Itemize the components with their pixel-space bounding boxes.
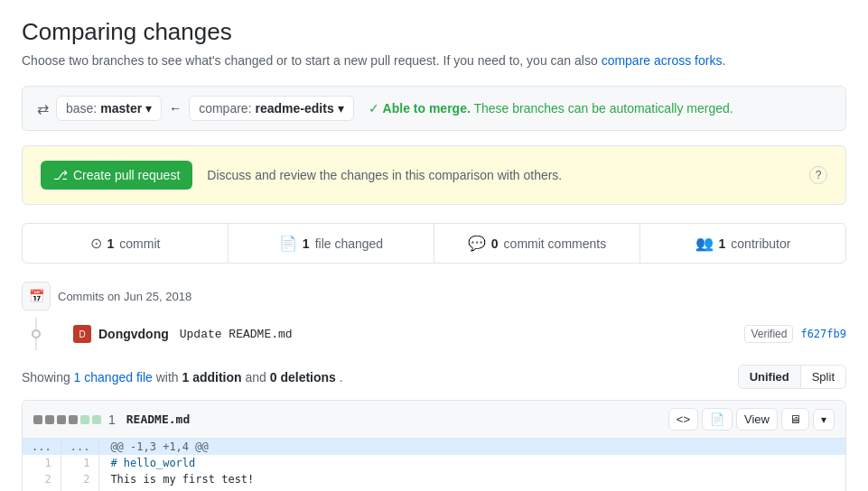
arrow-icon: ← [169,101,182,116]
showing-text: Showing 1 changed file with 1 addition a… [22,370,343,384]
stat-contributors: 👥 1 contributor [640,224,845,263]
diff-line-3: 3 3 这是第二个分支 [23,487,845,491]
display-icon-button[interactable]: 🖥 [781,408,809,431]
showing-bar: Showing 1 changed file with 1 addition a… [22,365,846,389]
context-new-linenum: ... [61,439,99,455]
commits-label: commit [119,236,160,251]
diff-context-row: ... ... @@ -1,3 +1,4 @@ [23,439,845,455]
line-code-3: 这是第二个分支 [99,487,845,491]
diff-line-2: 2 2 This is my first test! [23,471,845,487]
diff-filename: README.md [126,412,190,426]
base-chevron-icon: ▾ [145,101,152,116]
new-linenum-3: 3 [61,487,99,491]
comments-label: commit comments [504,236,607,251]
old-linenum-1: 1 [23,455,61,471]
unified-view-button[interactable]: Unified [739,366,801,388]
commit-dot [32,329,41,338]
page-title: Comparing changes [22,18,846,46]
display-icon: 🖥 [789,412,801,426]
diff-file: 1 README.md <> 📄 View 🖥 ▾ ... ... @@ -1,… [22,400,846,491]
stat-commits: ⊙ 1 commit [23,224,229,263]
line-seg-4 [69,415,78,424]
line-code-2: This is my first test! [99,471,845,487]
changed-file-link[interactable]: 1 changed file [74,370,153,384]
merge-status-link[interactable]: Able to merge. [383,101,471,116]
stats-bar: ⊙ 1 commit 📄 1 file changed 💬 0 commit c… [22,223,846,264]
pr-icon: ⎇ [53,168,68,182]
files-count: 1 [303,236,310,251]
line-seg-2 [45,415,54,424]
line-num-prefix: 1 [108,412,116,427]
diff-line-1: 1 1 # hello_world [23,455,845,471]
code-view-button[interactable]: <> [668,408,698,431]
commits-count: 1 [107,236,115,251]
context-code: @@ -1,3 +1,4 @@ [99,439,845,455]
compare-branch-select[interactable]: compare: readme-edits ▾ [189,96,354,121]
file-icon: 📄 [710,412,724,426]
line-seg-6 [92,415,101,424]
files-label: file changed [315,236,384,251]
file-stat-icon: 📄 [279,235,297,252]
compare-chevron-icon: ▾ [338,101,344,116]
commits-date-text: Commits on Jun 25, 2018 [58,290,191,303]
verified-badge: Verified [744,325,793,343]
base-value: master [100,101,142,116]
page-subtitle: Choose two branches to see what's change… [22,53,846,68]
commit-row: D Dongvdong Update README.md Verified f6… [35,318,846,350]
commit-author: Dongvdong [98,327,169,341]
context-old-linenum: ... [23,439,61,455]
help-icon[interactable]: ? [809,166,827,184]
old-linenum-2: 2 [23,471,61,487]
pull-request-banner: ⎇ Create pull request Discuss and review… [22,145,846,205]
additions-count: 1 addition [182,370,241,384]
compare-label: compare: [199,101,251,116]
contributors-label: contributor [731,236,790,251]
comment-stat-icon: 💬 [468,235,486,252]
line-seg-1 [33,415,42,424]
base-label: base: [66,101,97,116]
avatar: D [73,325,91,343]
compare-forks-link[interactable]: compare across forks [602,53,723,68]
view-toggle: Unified Split [738,365,846,389]
create-pr-button[interactable]: ⎇ Create pull request [41,161,192,190]
old-linenum-3: 3 [23,487,61,491]
diff-file-header: 1 README.md <> 📄 View 🖥 ▾ [23,401,845,439]
stat-comments: 💬 0 commit comments [434,224,640,263]
deletions-count: 0 deletions [270,370,336,384]
code-icon: <> [677,412,690,426]
branch-bar: ⇄ base: master ▾ ← compare: readme-edits… [22,86,846,131]
view-file-button[interactable]: View [736,408,778,431]
new-linenum-2: 2 [61,471,99,487]
new-linenum-1: 1 [61,455,99,471]
stat-files: 📄 1 file changed [229,224,434,263]
line-seg-3 [57,415,66,424]
pr-description: Discuss and review the changes in this c… [207,168,809,182]
line-indicator [33,415,101,424]
split-view-button[interactable]: Split [801,366,845,388]
commit-hash[interactable]: f627fb9 [800,328,846,340]
commits-date-row: 📅 Commits on Jun 25, 2018 [22,282,846,310]
commits-section: 📅 Commits on Jun 25, 2018 D Dongvdong Up… [22,282,846,350]
comments-count: 0 [491,236,499,251]
chevron-down-icon: ▾ [821,413,826,426]
expand-options-button[interactable]: ▾ [813,409,835,431]
line-seg-5 [80,415,89,424]
diff-file-actions: <> 📄 View 🖥 ▾ [668,408,835,431]
line-code-1: # hello_world [99,455,845,471]
raw-view-button[interactable]: 📄 [702,408,733,431]
merge-status: ✓ Able to merge. These branches can be a… [369,101,733,116]
diff-table: ... ... @@ -1,3 +1,4 @@ 1 1 # hello_worl… [23,439,845,491]
calendar-icon: 📅 [22,282,51,310]
checkmark-icon: ✓ [369,101,383,116]
merge-desc: These branches can be automatically merg… [473,101,733,116]
contributors-stat-icon: 👥 [695,235,714,252]
commit-message: Update README.md [180,328,745,341]
commit-stat-icon: ⊙ [90,235,102,252]
swap-icon: ⇄ [37,100,49,117]
contributors-count: 1 [719,236,726,251]
base-branch-select[interactable]: base: master ▾ [56,96,162,121]
compare-value: readme-edits [256,101,334,116]
